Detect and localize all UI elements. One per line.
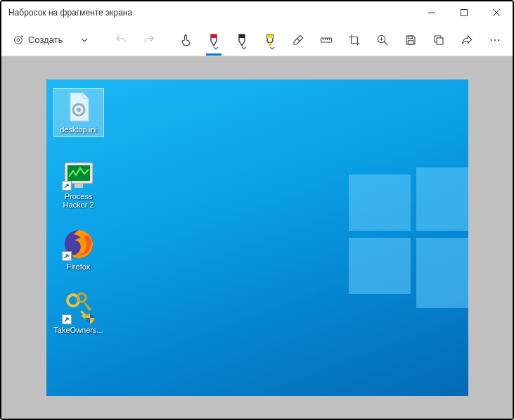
- svg-rect-9: [321, 38, 332, 42]
- file-ini-icon: [62, 90, 96, 124]
- desktop-icon-label: desktop.ini: [54, 125, 103, 134]
- desktop-icon-process-hacker[interactable]: Process Hacker 2: [53, 157, 104, 209]
- touch-writing-button[interactable]: [174, 27, 198, 53]
- desktop-icon-desktop-ini[interactable]: desktop.ini: [53, 88, 104, 137]
- copy-icon: [432, 34, 445, 46]
- new-snip-button[interactable]: Создать: [7, 27, 68, 53]
- redo-icon: [143, 34, 155, 46]
- window-controls: [416, 1, 513, 24]
- svg-rect-24: [349, 174, 411, 231]
- zoom-button[interactable]: [371, 27, 394, 53]
- toolbar: Создать: [1, 24, 513, 56]
- desktop-icon-takeownership[interactable]: TakeOwners...: [53, 291, 104, 334]
- svg-rect-25: [416, 167, 468, 231]
- windows-logo-icon: [349, 167, 468, 308]
- uac-shield-icon: [84, 313, 96, 324]
- svg-point-29: [77, 108, 81, 112]
- svg-point-23: [498, 39, 499, 40]
- svg-line-8: [297, 38, 300, 41]
- titlebar: Набросок на фрагменте экрана: [1, 1, 513, 24]
- svg-rect-19: [408, 40, 413, 44]
- crop-button[interactable]: [342, 27, 366, 53]
- svg-rect-18: [408, 36, 412, 39]
- maximize-button[interactable]: [448, 1, 480, 24]
- zoom-icon: [376, 34, 389, 46]
- ballpoint-pen-button[interactable]: [202, 27, 226, 53]
- save-button[interactable]: [399, 27, 423, 53]
- pen-black-icon: [236, 33, 248, 47]
- pencil-button[interactable]: [230, 27, 254, 53]
- chevron-down-icon: [269, 46, 275, 51]
- ruler-icon: [320, 34, 333, 46]
- undo-icon: [115, 34, 127, 46]
- pen-red-icon: [207, 33, 220, 47]
- share-icon: [461, 34, 473, 46]
- svg-point-5: [17, 39, 20, 42]
- svg-rect-1: [461, 10, 468, 16]
- canvas-area: desktop.ini Process Hacker 2: [1, 56, 513, 419]
- close-button[interactable]: [480, 1, 513, 24]
- window-title: Набросок на фрагменте экрана: [8, 8, 416, 18]
- redo-button[interactable]: [137, 27, 161, 53]
- chevron-down-icon: [80, 36, 89, 44]
- chevron-down-icon: [241, 46, 247, 51]
- save-icon: [404, 34, 417, 46]
- ruler-button[interactable]: [314, 27, 338, 53]
- desktop-icon-firefox[interactable]: Firefox: [53, 227, 104, 271]
- camera-icon: [13, 34, 24, 46]
- captured-screenshot[interactable]: desktop.ini Process Hacker 2: [46, 79, 468, 396]
- new-snip-label: Создать: [28, 34, 63, 45]
- share-button[interactable]: [455, 27, 479, 53]
- desktop-icon-label: TakeOwners...: [53, 326, 104, 334]
- highlighter-button[interactable]: [258, 27, 282, 53]
- svg-rect-32: [75, 184, 83, 188]
- shortcut-arrow-icon: [62, 251, 72, 261]
- desktop-icon-label: Firefox: [53, 262, 104, 271]
- undo-button[interactable]: [109, 27, 133, 53]
- touch-icon: [179, 34, 192, 46]
- more-button[interactable]: [483, 27, 507, 53]
- svg-rect-20: [437, 38, 443, 44]
- svg-rect-27: [416, 238, 468, 308]
- more-icon: [489, 34, 501, 46]
- chevron-down-icon: [213, 46, 219, 51]
- new-snip-dropdown[interactable]: [72, 27, 96, 53]
- svg-point-22: [494, 39, 496, 40]
- desktop-icon-label: Process Hacker 2: [53, 192, 104, 209]
- crop-icon: [348, 34, 361, 46]
- app-window: Набросок на фрагменте экрана Создать: [1, 1, 513, 419]
- svg-rect-26: [349, 238, 411, 294]
- svg-point-6: [185, 34, 186, 36]
- eraser-button[interactable]: [286, 27, 310, 53]
- highlighter-icon: [264, 33, 276, 47]
- shortcut-arrow-icon: [62, 314, 72, 324]
- svg-point-4: [15, 36, 23, 44]
- svg-line-15: [384, 42, 387, 45]
- shortcut-arrow-icon: [62, 181, 72, 191]
- eraser-icon: [292, 34, 304, 46]
- copy-button[interactable]: [427, 27, 451, 53]
- minimize-button[interactable]: [416, 1, 448, 24]
- svg-point-21: [491, 39, 492, 40]
